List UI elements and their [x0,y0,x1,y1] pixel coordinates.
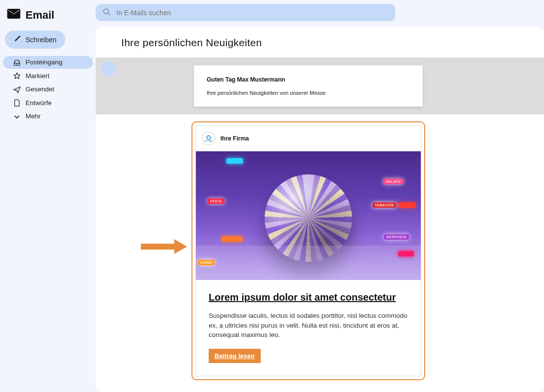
mail-preview-band: Guten Tag Max Mustermann Ihre persönlich… [96,57,544,114]
search-box[interactable] [96,4,395,21]
neon-sign: NAILS [398,251,414,256]
svg-point-3 [207,136,211,140]
neon-sign: KEBAB [398,202,416,208]
sidebar-item-drafts[interactable]: Entwürfe [3,97,93,110]
inbox-icon [13,58,21,66]
neon-sign: GELATO [383,179,403,184]
sidebar-item-label: Markiert [26,72,83,81]
preview-subtitle: Ihre persönlichen Neuigkeiten von unsere… [207,90,410,96]
sidebar-item-label: Mehr [26,112,83,121]
newsletter-section: Ihr Logo Ihre Firma CHINA KEBAB NAILS ES… [96,114,544,392]
pencil-icon [14,35,21,44]
compose-label: Schreiben [26,36,56,44]
neon-sign: FESTA [208,198,224,204]
neon-sign: ANING [198,260,215,265]
preview-greeting: Guten Tag Max Mustermann [207,76,410,83]
paper-plane-icon [13,85,21,93]
annotation-arrow-icon [140,238,187,257]
sidebar-item-label: Posteingang [26,58,83,67]
newsletter-hero-image: CHINA KEBAB NAILS ESTETISTA GRANITA FEST… [196,151,421,280]
mail-icon [7,9,21,22]
sidebar-item-label: Entwürfe [26,99,83,108]
company-name: Ihre Firma [220,135,249,142]
svg-marker-2 [174,239,187,254]
svg-point-0 [104,9,109,14]
sidebar-item-sent[interactable]: Gesendet [3,83,93,96]
sender-avatar[interactable] [102,61,116,76]
app-brand: Email [0,4,96,30]
chevron-down-icon [13,112,21,120]
newsletter-body: Lorem ipsum dolor sit amet consectetur S… [196,280,421,376]
newsletter-header: Ihr Logo Ihre Firma [196,126,421,151]
newsletter-card[interactable]: Ihr Logo Ihre Firma CHINA KEBAB NAILS ES… [191,121,425,380]
neon-sign: CHINA [226,158,243,164]
sidebar-item-starred[interactable]: Markiert [3,70,93,83]
company-logo: Ihr Logo [202,132,216,145]
sidebar-item-more[interactable]: Mehr [3,110,93,123]
neon-sign: ESTETISTA [384,234,409,240]
mail-viewer: Ihre persönlichen Neuigkeiten Guten Tag … [96,27,544,392]
file-icon [13,99,21,107]
main-content: Ihre persönlichen Neuigkeiten Guten Tag … [96,0,544,392]
sidebar-item-label: Gesendet [26,85,83,94]
neon-sign: TABACCHI [373,202,396,208]
read-article-button[interactable]: Beitrag lesen [209,349,261,363]
newsletter-text: Suspendisse iaculis, lectus id sodales p… [209,311,408,340]
logo-text: Ihr Logo [205,140,213,142]
preview-card: Guten Tag Max Mustermann Ihre persönlich… [194,65,423,107]
star-icon [13,72,21,80]
search-icon [103,8,110,17]
newsletter-title[interactable]: Lorem ipsum dolor sit amet consectetur [209,292,408,303]
neon-sign: GRANITA [221,236,243,242]
sidebar-item-inbox[interactable]: Posteingang [3,56,93,69]
app-brand-name: Email [26,9,54,22]
search-input[interactable] [116,9,388,17]
mail-subject: Ihre persönlichen Neuigkeiten [96,27,544,57]
compose-button[interactable]: Schreiben [5,30,65,49]
sidebar: Email Schreiben Posteingang Markiert Ges… [0,0,96,392]
